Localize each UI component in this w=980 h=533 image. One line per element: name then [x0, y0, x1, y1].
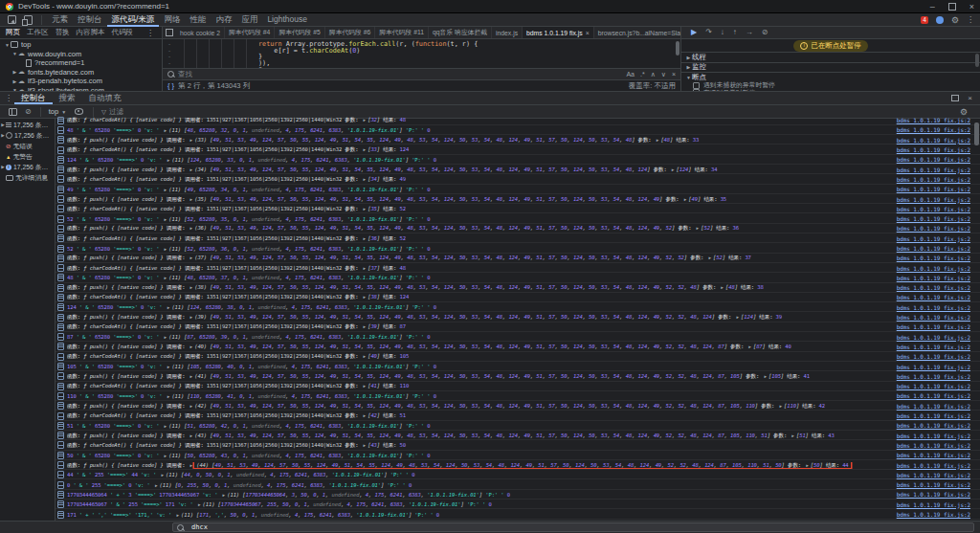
source-location-link[interactable]: bdms_1.0.1.19_fix.js:2 — [897, 186, 970, 192]
deactivate-breakpoints-icon[interactable]: ⊘ — [762, 27, 768, 38]
source-location-link[interactable]: bdms_1.0.1.19_fix.js:2 — [897, 392, 970, 399]
source-location-link[interactable]: bdms_1.0.1.19_fix.js:2 — [897, 167, 970, 173]
panel-tab-1[interactable]: 元素 — [47, 13, 73, 27]
more-options-icon[interactable]: ⋮ — [967, 15, 974, 24]
source-location-link[interactable]: bdms_1.0.1.19_fix.js:2 — [897, 472, 970, 478]
source-location-link[interactable]: bdms_1.0.1.19_fix.js:2 — [897, 403, 970, 410]
console-scrollbar[interactable] — [974, 122, 979, 145]
panel-tab-6[interactable]: 内存 — [211, 13, 236, 27]
error-count-badge[interactable]: 4 — [921, 16, 928, 24]
device-toolbar-icon[interactable] — [24, 15, 33, 25]
step-icon[interactable]: → — [746, 27, 753, 38]
debugger-section-1[interactable]: ▶线程 — [681, 52, 980, 62]
navigator-tab-4[interactable]: 内容脚本 — [77, 28, 105, 37]
breakpoint-option-2[interactable]: 在遇到异常时暂停 — [681, 89, 980, 91]
tab-close-icon[interactable]: × — [586, 30, 590, 36]
source-location-link[interactable]: bdms_1.0.1.19_fix.js:2 — [897, 323, 970, 330]
source-location-link[interactable]: bdms_1.0.1.19_fix.js:2 — [897, 294, 970, 300]
source-location-link[interactable]: bdms_1.0.1.19_fix.js:2 — [897, 206, 970, 212]
source-location-link[interactable]: bdms_1.0.1.19_fix.js:2 — [897, 225, 970, 232]
console-sidebar-item[interactable]: ▶i17,256 条… — [0, 162, 55, 172]
find-next-button[interactable]: ∨ — [661, 71, 666, 78]
tree-expand-icon[interactable]: ▶ — [11, 69, 18, 75]
panel-tab-5[interactable]: 性能 — [185, 13, 211, 27]
section-expand-icon[interactable]: ▶ — [685, 55, 692, 60]
console-sidebar-item[interactable]: ▶17,256 条… — [0, 120, 55, 130]
tree-expand-icon[interactable]: ▼ — [11, 87, 18, 91]
tree-expand-icon[interactable]: ▼ — [4, 42, 11, 48]
tree-item[interactable]: ?recommend=1 — [0, 58, 162, 68]
file-tab[interactable]: browsecn.js?b...alName=Slardar — [594, 27, 680, 38]
source-location-link[interactable]: bdms_1.0.1.19_fix.js:2 — [897, 334, 970, 341]
live-expression-icon[interactable] — [75, 108, 83, 115]
window-close-button[interactable]: × — [969, 0, 974, 13]
source-location-link[interactable]: bdms_1.0.1.19_fix.js:2 — [897, 117, 970, 123]
file-tab[interactable]: index.js — [492, 27, 523, 38]
source-location-link[interactable]: bdms_1.0.1.19_fix.js:2 — [897, 491, 970, 498]
step-out-icon[interactable]: ↑ — [733, 27, 737, 38]
source-location-link[interactable]: bdms_1.0.1.19_fix.js:2 — [897, 501, 970, 508]
panel-tab-3[interactable]: 源代码/来源 — [107, 13, 160, 27]
debugger-section-2[interactable]: ▶监控 — [681, 62, 980, 73]
navigator-tab-1[interactable]: 网页 — [6, 28, 20, 37]
file-tab[interactable]: 脚本代码段 #6 — [325, 27, 375, 38]
source-location-link[interactable]: bdms_1.0.1.19_fix.js:2 — [897, 511, 970, 518]
tree-item[interactable]: ▼☁lf3-short.ibytedapm.com — [0, 86, 162, 92]
tree-expand-icon[interactable]: ▶ — [11, 78, 18, 84]
source-location-link[interactable]: bdms_1.0.1.19_fix.js:2 — [897, 433, 970, 439]
source-location-link[interactable]: bdms_1.0.1.19_fix.js:2 — [897, 373, 970, 380]
console-search-input[interactable]: dhcx — [172, 522, 974, 532]
find-close-button[interactable]: × — [672, 71, 676, 78]
panel-tab-2[interactable]: 控制台 — [73, 13, 107, 27]
window-maximize-button[interactable] — [948, 3, 956, 11]
clear-console-icon[interactable]: ⊘ — [25, 107, 32, 116]
source-location-link[interactable]: bdms_1.0.1.19_fix.js:2 — [897, 245, 970, 252]
regex-toggle[interactable]: .* — [640, 71, 645, 78]
file-tab[interactable]: 脚本代码段 #11 — [375, 27, 429, 38]
window-minimize-button[interactable]: – — [930, 0, 935, 13]
resume-script-icon[interactable]: ▶ — [691, 27, 697, 38]
console-sidebar-item[interactable]: ▶17,256 条… — [0, 130, 55, 141]
drawer-tab-2[interactable]: 搜索 — [53, 92, 82, 104]
match-case-toggle[interactable]: Aa — [626, 71, 635, 78]
find-input[interactable]: 查找 — [178, 70, 192, 79]
step-into-icon[interactable]: ↓ — [721, 27, 724, 38]
source-location-link[interactable]: bdms_1.0.1.19_fix.js:2 — [897, 265, 970, 272]
navigator-tab-5[interactable]: 代码段 — [112, 28, 134, 37]
source-location-link[interactable]: bdms_1.0.1.19_fix.js:2 — [897, 126, 970, 133]
panel-tab-8[interactable]: Lighthouse — [262, 13, 312, 27]
source-location-link[interactable]: bdms_1.0.1.19_fix.js:2 — [897, 304, 970, 311]
tree-expand-icon[interactable]: ▼ — [11, 51, 18, 56]
step-over-icon[interactable]: ↷ — [705, 27, 712, 38]
source-location-link[interactable]: bdms_1.0.1.19_fix.js:2 — [897, 146, 970, 153]
profile-avatar[interactable] — [936, 16, 944, 24]
source-location-link[interactable]: bdms_1.0.1.19_fix.js:2 — [897, 176, 970, 183]
source-location-link[interactable]: bdms_1.0.1.19_fix.js:2 — [897, 314, 970, 321]
drawer-tab-3[interactable]: 自动填充 — [82, 92, 128, 104]
file-tab[interactable]: bdms 1.0.1.19 fix.js× — [523, 27, 594, 38]
source-location-link[interactable]: bdms_1.0.1.19_fix.js:2 — [897, 275, 970, 281]
pretty-print-icon[interactable]: { } — [167, 81, 174, 90]
source-location-link[interactable]: bdms_1.0.1.19_fix.js:2 — [897, 156, 970, 163]
code-editor[interactable]: ----- return Array.prototype.forEach.cal… — [163, 39, 680, 68]
source-location-link[interactable]: bdms_1.0.1.19_fix.js:2 — [897, 196, 970, 203]
source-location-link[interactable]: bdms_1.0.1.19_fix.js:2 — [897, 412, 970, 419]
section-expand-icon[interactable]: ▼ — [685, 75, 692, 80]
console-sidebar-toggle-icon[interactable] — [9, 108, 17, 116]
source-location-link[interactable]: bdms_1.0.1.19_fix.js:2 — [897, 235, 970, 242]
breakpoint-gutter-mark[interactable]: - — [163, 66, 176, 68]
console-sidebar-item[interactable]: ⊘无错误 — [0, 141, 55, 151]
checkbox[interactable] — [693, 89, 700, 91]
tree-item[interactable]: ▶☁fonts.bytedance.com — [0, 68, 162, 78]
source-location-link[interactable]: bdms_1.0.1.19_fix.js:2 — [897, 442, 970, 449]
console-sidebar-item[interactable]: ▲无警告 — [0, 151, 55, 162]
source-location-link[interactable]: bdms_1.0.1.19_fix.js:2 — [897, 344, 970, 350]
tree-item[interactable]: ▼☁www.douyin.com — [0, 50, 162, 59]
settings-gear-icon[interactable]: ⚙ — [951, 15, 959, 25]
inspect-element-icon[interactable] — [8, 15, 16, 24]
sidebar-scrollbar[interactable] — [975, 54, 979, 67]
file-tab[interactable]: 脚本代码段 #5 — [275, 27, 324, 38]
panel-tab-7[interactable]: 应用 — [236, 13, 262, 27]
source-location-link[interactable]: bdms_1.0.1.19_fix.js:2 — [897, 215, 970, 222]
panel-tab-4[interactable]: 网络 — [159, 13, 185, 27]
